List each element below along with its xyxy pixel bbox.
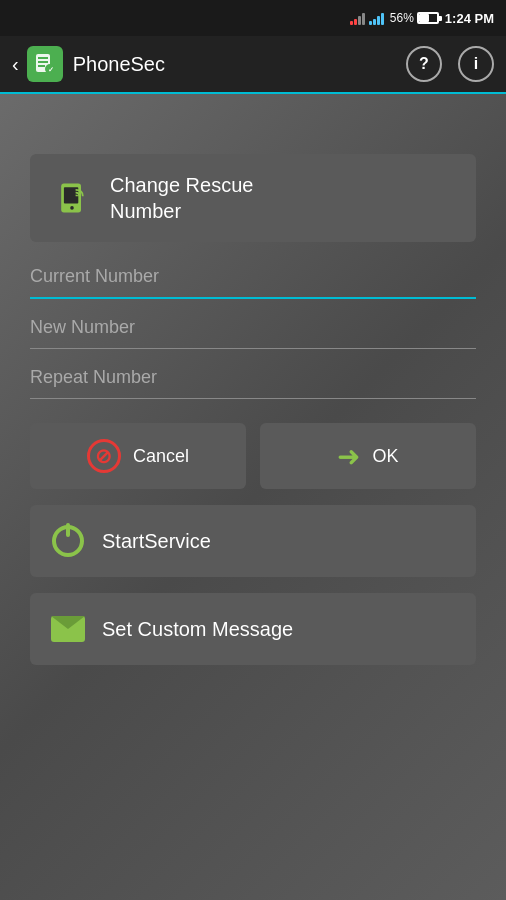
ok-button[interactable]: ➜ OK	[260, 423, 476, 489]
battery-icon	[417, 12, 439, 24]
cancel-icon: ⊘	[87, 439, 121, 473]
info-button[interactable]: i	[458, 46, 494, 82]
repeat-number-field	[30, 363, 476, 399]
svg-rect-3	[38, 65, 45, 67]
start-service-button[interactable]: StartService	[30, 505, 476, 577]
clock: 1:24 PM	[445, 11, 494, 26]
back-button[interactable]: ‹	[12, 53, 19, 76]
action-buttons-row: ⊘ Cancel ➜ OK	[30, 423, 476, 489]
app-title: PhoneSec	[73, 53, 406, 76]
envelope-icon	[50, 611, 86, 647]
repeat-number-input[interactable]	[30, 363, 476, 392]
current-number-input[interactable]	[30, 262, 476, 291]
nav-actions: ? i	[406, 46, 494, 82]
signal-bar-1	[350, 11, 365, 25]
new-number-field	[30, 313, 476, 349]
ok-label: OK	[372, 446, 398, 467]
help-button[interactable]: ?	[406, 46, 442, 82]
svg-rect-2	[38, 61, 48, 63]
logo-icon: ✓	[33, 52, 57, 76]
battery-indicator: 56%	[390, 11, 439, 25]
new-number-input[interactable]	[30, 313, 476, 342]
change-rescue-number-button[interactable]: Change RescueNumber	[30, 154, 476, 242]
set-custom-message-button[interactable]: Set Custom Message	[30, 593, 476, 665]
app-logo: ✓	[27, 46, 63, 82]
power-icon	[50, 523, 86, 559]
envelope-shape	[51, 616, 85, 642]
svg-text:✓: ✓	[47, 66, 53, 73]
svg-point-8	[70, 206, 74, 210]
current-number-field	[30, 262, 476, 299]
signal-indicators	[350, 11, 384, 25]
phone-svg-icon	[54, 180, 90, 216]
signal-bar-2	[369, 11, 384, 25]
battery-percentage: 56%	[390, 11, 414, 25]
input-group	[30, 262, 476, 399]
phone-icon	[50, 176, 94, 220]
cancel-label: Cancel	[133, 446, 189, 467]
rescue-button-label: Change RescueNumber	[110, 172, 253, 224]
nav-bar: ‹ ✓ PhoneSec ? i	[0, 36, 506, 94]
start-service-label: StartService	[102, 530, 211, 553]
ok-arrow-icon: ➜	[337, 440, 360, 473]
custom-message-label: Set Custom Message	[102, 618, 293, 641]
cancel-button[interactable]: ⊘ Cancel	[30, 423, 246, 489]
svg-rect-1	[38, 57, 48, 59]
status-bar: 56% 1:24 PM	[0, 0, 506, 36]
power-circle-icon	[52, 525, 84, 557]
main-content: Change RescueNumber ⊘ Cancel ➜ OK StartS…	[0, 94, 506, 900]
